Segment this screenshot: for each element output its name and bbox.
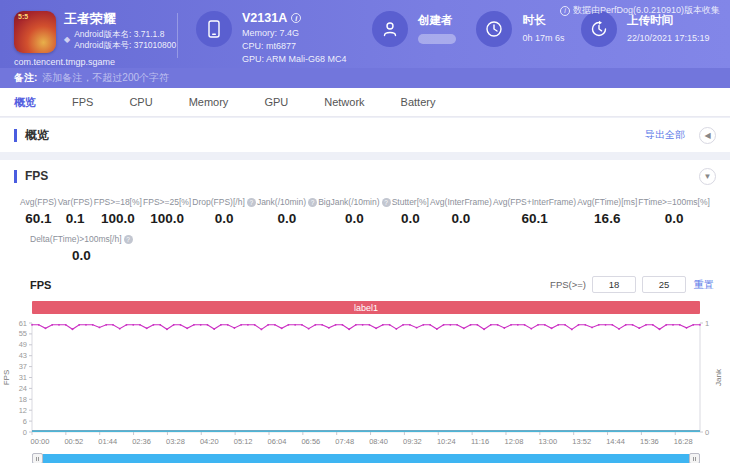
tab-概览[interactable]: 概览	[14, 95, 36, 110]
svg-text:09:32: 09:32	[403, 437, 422, 446]
svg-text:1: 1	[705, 319, 709, 328]
stat-value: 0.0	[257, 211, 317, 226]
stat-value: 100.0	[94, 211, 142, 226]
help-icon[interactable]: ?	[247, 198, 256, 207]
stat-value: 0.0	[392, 211, 429, 226]
svg-text:06:56: 06:56	[301, 437, 320, 446]
threshold-input-2[interactable]	[642, 276, 686, 293]
stat-Avg(FPS+InterFrame): Avg(FPS+InterFrame)60.1	[493, 197, 576, 226]
device-cpu: CPU: mt6877	[242, 41, 347, 51]
stat-FPS>=18[%]: FPS>=18[%]100.0	[94, 197, 142, 226]
help-icon[interactable]: ?	[382, 198, 391, 207]
reset-button[interactable]: 重置	[694, 278, 714, 292]
svg-text:12:08: 12:08	[505, 437, 524, 446]
svg-text:16:28: 16:28	[674, 437, 693, 446]
stat-label: Avg(FTime)[ms]	[577, 197, 637, 207]
tab-GPU[interactable]: GPU	[264, 96, 288, 108]
stat-label: FPS>=25[%]	[143, 197, 191, 207]
stat-label: Stutter[%]	[392, 197, 429, 207]
stat-Stutter[%]: Stutter[%]0.0	[392, 197, 429, 226]
svg-text:03:28: 03:28	[166, 437, 185, 446]
device-info-icon[interactable]: i	[291, 13, 301, 23]
collapse-left-button[interactable]: ◀	[699, 127, 716, 144]
stat-label: Drop(FPS)[/h]?	[192, 197, 255, 207]
tab-Memory[interactable]: Memory	[189, 96, 229, 108]
export-all-link[interactable]: 导出全部	[645, 128, 685, 142]
svg-text:02:36: 02:36	[132, 437, 151, 446]
stat-label: BigJank(/10min)?	[318, 197, 390, 207]
tab-Network[interactable]: Network	[324, 96, 364, 108]
collapse-down-button[interactable]: ▼	[699, 168, 716, 185]
tab-CPU[interactable]: CPU	[129, 96, 152, 108]
svg-text:05:12: 05:12	[234, 437, 253, 446]
chart-label1-band[interactable]: label1	[32, 301, 700, 314]
svg-text:43: 43	[19, 351, 27, 360]
stat-Drop(FPS)[/h]: Drop(FPS)[/h]?0.0	[192, 197, 255, 226]
creator-label: 创建者	[418, 13, 456, 28]
chart-range-scrollbar[interactable]	[32, 454, 700, 463]
app-icon: 5:5	[14, 11, 56, 53]
app-icon-badge: 5:5	[18, 13, 28, 20]
stat-label: Delta(FTime)>100ms[/h]?	[30, 234, 133, 244]
stat-value: 16.6	[577, 211, 637, 226]
stat-label: FPS>=18[%]	[94, 197, 142, 207]
stat-value: 0.1	[58, 211, 93, 226]
svg-text:0: 0	[23, 428, 27, 437]
stat-label: Avg(FPS+InterFrame)	[493, 197, 576, 207]
svg-text:24: 24	[19, 384, 27, 393]
tab-bar: 概览FPSCPUMemoryGPUNetworkBattery	[0, 88, 730, 117]
svg-text:15:36: 15:36	[640, 437, 659, 446]
stat-Delta(FTime)>100ms[/h]: Delta(FTime)>100ms[/h]?0.0	[30, 234, 133, 263]
upload-value: 22/10/2021 17:15:19	[627, 33, 710, 43]
phone-icon	[196, 11, 232, 47]
stat-label: Jank(/10min)?	[257, 197, 317, 207]
note-bar[interactable]: 备注: 添加备注，不超过200个字符	[0, 68, 730, 88]
fps-panel: FPS ▼ Avg(FPS)60.1Var(FPS)0.1FPS>=18[%]1…	[0, 160, 730, 463]
scrollbar-track[interactable]	[32, 454, 700, 463]
svg-text:55: 55	[19, 329, 27, 338]
fps-stats-row2: Delta(FTime)>100ms[/h]?0.0	[0, 234, 730, 264]
stat-label: Var(FPS)	[58, 197, 93, 207]
svg-text:Jank: Jank	[714, 368, 723, 386]
fps-chart[interactable]: 6155494337312418126010FPSJank00:0000:520…	[0, 315, 730, 453]
stat-FTime>=100ms[%]: FTime>=100ms[%]0.0	[638, 197, 710, 226]
svg-text:00:00: 00:00	[31, 437, 50, 446]
svg-text:12: 12	[19, 406, 27, 415]
svg-text:37: 37	[19, 362, 27, 371]
stat-value: 60.1	[20, 211, 57, 226]
svg-text:10:24: 10:24	[437, 437, 456, 446]
svg-text:61: 61	[19, 319, 27, 328]
svg-text:01:44: 01:44	[98, 437, 117, 446]
app-info: 5:5 王者荣耀 ◆ Android版本名: 3.71.1.8 Android版…	[0, 11, 177, 68]
tab-Battery[interactable]: Battery	[401, 96, 436, 108]
help-icon[interactable]: ?	[124, 235, 133, 244]
svg-text:31: 31	[19, 373, 27, 382]
svg-text:FPS: FPS	[2, 370, 11, 386]
stat-value: 0.0	[430, 211, 492, 226]
app-package: com.tencent.tmgp.sgame	[14, 57, 177, 67]
stat-value: 0.0	[192, 211, 255, 226]
svg-text:06:04: 06:04	[268, 437, 287, 446]
device-gpu: GPU: ARM Mali-G68 MC4	[242, 54, 347, 64]
stat-Jank(/10min): Jank(/10min)?0.0	[257, 197, 317, 226]
stat-label: Avg(FPS)	[20, 197, 57, 207]
svg-text:6: 6	[23, 417, 27, 426]
stat-value: 0.0	[638, 211, 710, 226]
stat-BigJank(/10min): BigJank(/10min)?0.0	[318, 197, 390, 226]
scrollbar-handle-left[interactable]	[32, 453, 43, 463]
report-header: i 数据由PerfDog(6.0.210910)版本收集 5:5 王者荣耀 ◆ …	[0, 0, 730, 68]
fps-chart-svg[interactable]: 6155494337312418126010FPSJank00:0000:520…	[0, 315, 730, 449]
svg-text:18: 18	[19, 395, 27, 404]
note-placeholder: 添加备注，不超过200个字符	[42, 68, 169, 88]
svg-text:14:44: 14:44	[606, 437, 625, 446]
upload-info: 上传时间 22/10/2021 17:15:19	[581, 11, 730, 68]
android-icon: ◆	[64, 35, 70, 44]
threshold-input-1[interactable]	[592, 276, 636, 293]
scrollbar-handle-right[interactable]	[689, 453, 700, 463]
device-model-text: V2131A	[242, 11, 287, 25]
tab-FPS[interactable]: FPS	[72, 96, 93, 108]
stat-label: Avg(InterFrame)	[430, 197, 492, 207]
help-icon[interactable]: ?	[308, 198, 317, 207]
svg-text:49: 49	[19, 340, 27, 349]
device-info: V2131A i Memory: 7.4G CPU: mt6877 GPU: A…	[178, 11, 362, 68]
